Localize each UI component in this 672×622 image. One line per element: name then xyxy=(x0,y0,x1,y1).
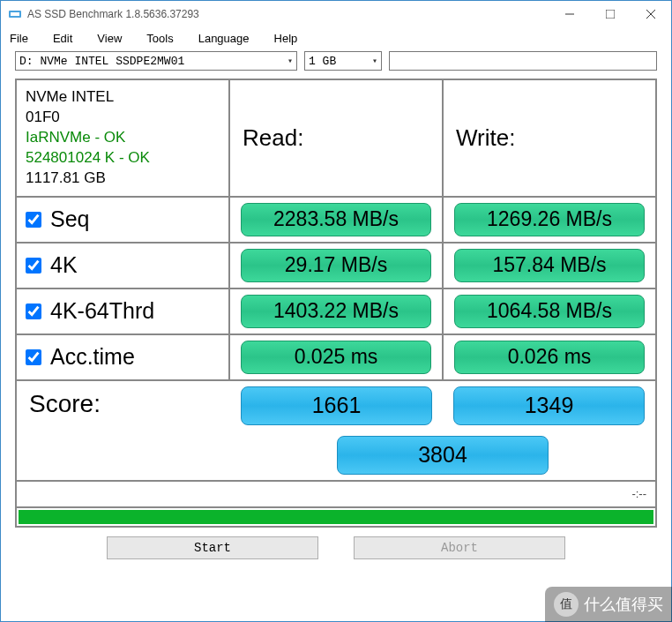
window-controls xyxy=(549,1,671,27)
status-field xyxy=(389,51,657,71)
results-grid: NVMe INTEL 01F0 IaRNVMe - OK 524801024 K… xyxy=(15,79,657,528)
acc-write-cell: 0.026 ms xyxy=(443,334,656,380)
size-select-value: 1 GB xyxy=(309,55,336,68)
total-score-cell: 3804 xyxy=(230,431,655,480)
app-window: AS SSD Benchmark 1.8.5636.37293 File Edi… xyxy=(0,0,672,622)
titlebar: AS SSD Benchmark 1.8.5636.37293 xyxy=(1,1,671,27)
acc-row-label: Acc.time xyxy=(16,334,229,380)
4k64-read-cell: 1403.22 MB/s xyxy=(229,289,443,334)
partition-status: 524801024 K - OK xyxy=(26,148,150,169)
start-button[interactable]: Start xyxy=(107,536,318,559)
watermark: 值 什么值得买 xyxy=(545,587,672,622)
toolbar: D: NVMe INTEL SSDPE2MW01 ▾ 1 GB ▾ xyxy=(1,49,671,73)
4k-write-value: 157.84 MB/s xyxy=(454,249,646,282)
write-score-cell: 1349 xyxy=(443,381,655,431)
total-score-value: 3804 xyxy=(337,436,549,475)
score-section: Score: 1661 1349 3804 xyxy=(16,380,656,481)
4k64-write-cell: 1064.58 MB/s xyxy=(443,289,656,334)
4k-checkbox[interactable] xyxy=(26,258,41,274)
svg-rect-3 xyxy=(606,10,615,19)
drive-capacity: 1117.81 GB xyxy=(26,169,106,189)
close-button[interactable] xyxy=(631,1,671,27)
write-header: Write: xyxy=(443,79,656,197)
read-score-value: 1661 xyxy=(241,386,433,425)
4k-row-label: 4K xyxy=(16,243,229,289)
menu-help[interactable]: Help xyxy=(274,32,298,45)
button-row: Start Abort xyxy=(1,528,671,568)
size-select[interactable]: 1 GB ▾ xyxy=(304,51,382,71)
seq-write-cell: 1269.26 MB/s xyxy=(443,197,656,243)
seq-write-value: 1269.26 MB/s xyxy=(454,203,646,236)
app-icon xyxy=(8,7,22,21)
seq-checkbox[interactable] xyxy=(26,212,41,228)
acc-label: Acc.time xyxy=(50,344,135,370)
4k64-read-value: 1403.22 MB/s xyxy=(241,295,432,328)
seq-label: Seq xyxy=(50,206,89,232)
4k-read-cell: 29.17 MB/s xyxy=(229,243,443,289)
4k64-write-value: 1064.58 MB/s xyxy=(454,295,646,328)
read-score-cell: 1661 xyxy=(230,381,443,431)
4k64-label: 4K-64Thrd xyxy=(50,298,154,324)
drive-select[interactable]: D: NVMe INTEL SSDPE2MW01 ▾ xyxy=(15,51,297,71)
menu-edit[interactable]: Edit xyxy=(53,32,72,45)
seq-read-value: 2283.58 MB/s xyxy=(241,203,432,236)
watermark-text: 什么值得买 xyxy=(584,594,663,615)
drive-model: NVMe INTEL xyxy=(26,87,114,108)
4k64-row-label: 4K-64Thrd xyxy=(16,289,229,334)
maximize-button[interactable] xyxy=(590,1,631,27)
score-header: Score: xyxy=(17,381,230,480)
menu-language[interactable]: Language xyxy=(198,32,250,45)
abort-button[interactable]: Abort xyxy=(354,536,565,559)
driver-status: IaRNVMe - OK xyxy=(26,128,125,148)
4k64-checkbox[interactable] xyxy=(26,304,41,319)
drive-select-value: D: NVMe INTEL SSDPE2MW01 xyxy=(19,55,184,68)
menubar: File Edit View Tools Language Help xyxy=(1,27,671,49)
write-score-value: 1349 xyxy=(453,386,646,425)
svg-rect-1 xyxy=(11,12,19,16)
acc-read-cell: 0.025 ms xyxy=(229,334,443,380)
4k-write-cell: 157.84 MB/s xyxy=(443,243,656,289)
status-row: -:-- xyxy=(16,481,656,507)
drive-info-cell: NVMe INTEL 01F0 IaRNVMe - OK 524801024 K… xyxy=(16,79,229,197)
acc-read-value: 0.025 ms xyxy=(241,341,432,374)
menu-tools[interactable]: Tools xyxy=(146,32,173,45)
read-header: Read: xyxy=(229,79,443,197)
progress-bar xyxy=(19,510,653,524)
menu-file[interactable]: File xyxy=(10,32,28,45)
seq-row-label: Seq xyxy=(16,197,229,243)
chevron-down-icon: ▾ xyxy=(287,56,293,66)
minimize-button[interactable] xyxy=(549,1,590,27)
window-title: AS SSD Benchmark 1.8.5636.37293 xyxy=(27,8,549,20)
4k-label: 4K xyxy=(50,252,78,278)
progress-row xyxy=(16,507,656,527)
drive-firmware: 01F0 xyxy=(26,108,60,128)
chevron-down-icon: ▾ xyxy=(372,56,377,66)
acc-write-value: 0.026 ms xyxy=(454,341,646,374)
seq-read-cell: 2283.58 MB/s xyxy=(229,197,443,243)
acc-checkbox[interactable] xyxy=(26,349,41,365)
4k-read-value: 29.17 MB/s xyxy=(241,249,432,282)
menu-view[interactable]: View xyxy=(97,32,122,45)
watermark-badge: 值 xyxy=(554,592,579,617)
